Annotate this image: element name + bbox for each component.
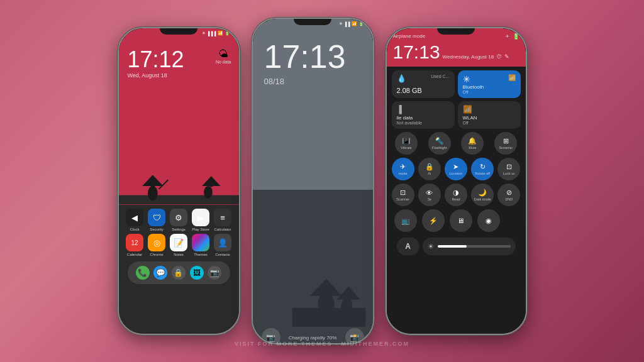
- lockscreen-btn[interactable]: ⊡ Lock sc: [497, 158, 520, 180]
- silhouette-area: [119, 81, 239, 205]
- camera-shortcut[interactable]: 📷: [262, 328, 280, 343]
- svg-point-5: [204, 186, 213, 199]
- chrome-label: Chrome: [150, 253, 163, 256]
- themes-icon-img: [192, 234, 209, 251]
- screen-icon: 🖥: [457, 217, 464, 224]
- mute-btn[interactable]: 🔔 Mute: [461, 132, 484, 155]
- search-letter-a: A: [405, 242, 411, 251]
- read-btn[interactable]: ◑ Read: [445, 184, 467, 206]
- darkmode-btn[interactable]: 🌙 Dark mode: [471, 184, 494, 206]
- weather-widget: 🌤 No data: [216, 48, 231, 64]
- bt-icon-2: ✳: [339, 21, 343, 26]
- wallpaper-top: 17:12 Wed, August 18 🌤 No data: [119, 37, 239, 205]
- wifi-icon-2: 📶: [352, 21, 357, 26]
- mobile-data-title: ile data: [397, 115, 450, 121]
- location-btn[interactable]: ➤ Location: [445, 158, 467, 180]
- more-btn[interactable]: ◉: [477, 209, 500, 232]
- tiles-row-1: 💧 Used C... 2.08 GB ✳ 📶 Bluetooth Off: [392, 70, 521, 98]
- wlan-tile[interactable]: 📶 WLAN Off: [458, 101, 521, 129]
- dock-messages[interactable]: 💬: [153, 266, 167, 280]
- airplane-label: Airplane mode: [393, 33, 426, 39]
- dock-camera[interactable]: 📷: [208, 266, 221, 280]
- brightness-row[interactable]: ☀: [423, 238, 516, 255]
- airplane-btn[interactable]: ✈ mode: [392, 158, 414, 180]
- app-settings[interactable]: ⚙ Settings: [169, 209, 189, 231]
- vibrate-btn[interactable]: 📳 Vibrate: [395, 132, 418, 155]
- dock-gallery[interactable]: 🖼: [190, 266, 204, 280]
- app-themes[interactable]: Themes: [191, 234, 211, 256]
- flashlight-btn[interactable]: 🔦 Flashlight: [428, 132, 451, 155]
- notch-2: [294, 19, 331, 25]
- wlan-icon: 📶: [463, 105, 472, 114]
- buttons-row-2: ✈ mode 🔒 Ai ➤ Location ↻ Rotate off ⊡: [392, 158, 521, 180]
- mobile-data-header: ▐: [397, 105, 450, 114]
- home-time: 17:12: [128, 48, 230, 71]
- svg-point-1: [148, 186, 158, 201]
- svg-marker-7: [202, 177, 220, 187]
- darkmode-label: Dark mode: [474, 197, 491, 201]
- location-label: Location: [450, 172, 463, 175]
- app-contacts[interactable]: 👤 Contacts: [213, 234, 233, 256]
- cc-date: Wednesday, August 18: [443, 54, 494, 60]
- wlan-status: Off: [463, 121, 516, 125]
- screenshot-icon: ⊞: [503, 137, 509, 145]
- signal-icon: ▐▐▐: [207, 31, 216, 36]
- lock-time: 17:13: [253, 28, 357, 75]
- buttons-row-1: 📳 Vibrate 🔦 Flashlight 🔔 Mute ⊞ Screensi: [392, 132, 521, 155]
- screenshot-btn[interactable]: ⊞ Screensi: [494, 132, 517, 155]
- svg-marker-3: [142, 175, 163, 187]
- search-box[interactable]: A: [397, 238, 419, 255]
- app-calculator[interactable]: ≡ Calculator: [213, 209, 233, 231]
- cc-time: 17:13: [393, 43, 440, 62]
- bluetooth-tile[interactable]: ✳ 📶 Bluetooth Off: [458, 70, 521, 98]
- security-label: Security: [150, 228, 164, 231]
- dnd-label: DND: [505, 197, 513, 201]
- app-clock[interactable]: ◀ Clock: [125, 209, 145, 231]
- cast-icon: 📺: [401, 217, 410, 225]
- mobile-data-tile[interactable]: ▐ ile data Not available: [392, 101, 455, 129]
- bluetooth-icon: ✳: [202, 31, 206, 36]
- notes-icon-img: 📝: [170, 234, 187, 251]
- dock-lock[interactable]: 🔒: [172, 266, 186, 280]
- storage-tile[interactable]: 💧 Used C... 2.08 GB: [392, 70, 455, 98]
- app-notes[interactable]: 📝 Notes: [169, 234, 189, 256]
- vibrate-label: Vibrate: [401, 146, 411, 150]
- rotate-btn[interactable]: ↻ Rotate off: [471, 158, 494, 180]
- buttons-row-4: 📺 ⚡ 🖥 ◉: [392, 209, 521, 232]
- screen-btn[interactable]: 🖥: [450, 209, 472, 232]
- mobile-data-icon: ▐: [397, 105, 402, 114]
- power-btn[interactable]: ⚡: [422, 209, 445, 232]
- app-chrome[interactable]: ◎ Chrome: [147, 234, 167, 256]
- app-playstore[interactable]: ▶ Play Store: [191, 209, 211, 231]
- phone2-screen: ✳ ▐▐ 📶 🔋 17:13 08/18: [253, 19, 373, 343]
- ai-btn[interactable]: 🔒 Ai: [418, 158, 441, 180]
- signal-icon-2: ▐▐: [344, 22, 350, 26]
- flashlight-icon: 🔦: [435, 137, 444, 145]
- signal-tile-icon: 📶: [508, 74, 516, 81]
- dock-phone[interactable]: 📞: [136, 266, 150, 280]
- battery-icon-2: 🔋: [358, 21, 364, 26]
- scanner-btn[interactable]: ⊡ Scanner: [392, 184, 414, 206]
- brightness-icon: ☀: [428, 243, 434, 251]
- bluetooth-tile-icon: ✳: [463, 74, 470, 84]
- edit-cc-icon[interactable]: ✎: [504, 53, 509, 60]
- eye-btn[interactable]: 👁 3e: [418, 184, 441, 206]
- brightness-slider[interactable]: [438, 245, 511, 248]
- bluetooth-header: ✳ 📶: [463, 74, 516, 84]
- plus-icon[interactable]: ＋: [504, 32, 510, 40]
- dnd-btn[interactable]: ⊘ DND: [497, 184, 520, 206]
- bluetooth-tile-title: Bluetooth: [463, 84, 516, 90]
- wifi-icon: 📶: [218, 31, 223, 36]
- app-security[interactable]: 🛡 Security: [147, 209, 167, 231]
- mobile-data-status: Not available: [397, 121, 450, 125]
- phone-1: ✳ ▐▐▐ 📶 🔋 17:12 Wed, August 18 🌤 No data: [118, 27, 240, 335]
- app-calendar[interactable]: 12 Calendar: [125, 234, 145, 256]
- playstore-icon-img: ▶: [192, 209, 209, 226]
- mute-label: Mute: [469, 146, 476, 150]
- cast-btn[interactable]: 📺: [394, 209, 417, 232]
- more-icon: ◉: [486, 217, 492, 225]
- power-icon: ⚡: [429, 217, 438, 225]
- camera-shortcut-2[interactable]: 📸: [345, 328, 364, 343]
- settings-cc-icon[interactable]: ⏱: [496, 53, 502, 60]
- airplane-btn-icon: ✈: [400, 163, 406, 171]
